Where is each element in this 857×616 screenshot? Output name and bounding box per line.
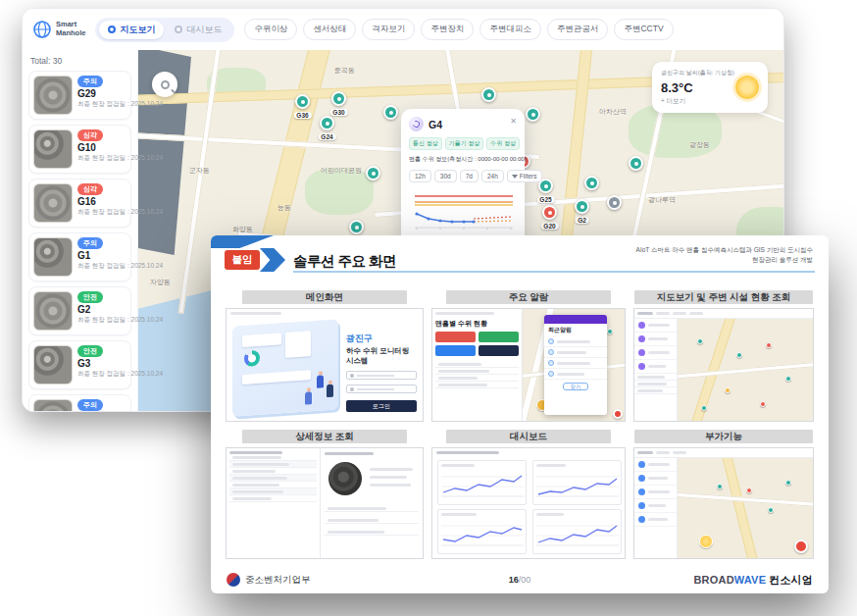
text-line	[436, 451, 499, 454]
panel-title-mapview: 지도보기 및 주변 시설 현황 조회	[634, 290, 813, 304]
table-row	[634, 374, 677, 381]
map-marker-g24[interactable]: G24	[320, 116, 334, 130]
map-dot	[785, 480, 791, 486]
illus-card	[242, 370, 311, 385]
manhole-list-sidebar: Total: 30 주의 G29 최종 현장 점검일 : 2025.10.24 …	[23, 50, 138, 411]
map-marker[interactable]	[349, 220, 364, 234]
modal-close-button[interactable]: 닫기	[563, 383, 588, 390]
filters-label: Filters	[520, 173, 537, 180]
user-icon	[350, 374, 354, 378]
alert-row[interactable]	[544, 358, 607, 369]
table-row	[435, 375, 519, 382]
map-marker-g30[interactable]: G30	[331, 91, 346, 106]
pill-grid-view[interactable]: 격자보기	[362, 19, 415, 40]
toggle-dashboard-view[interactable]: 대시보드	[166, 21, 230, 39]
manhole-list-item[interactable]: 주의 G29 최종 현장 점검일 : 2025.10.24	[28, 71, 131, 120]
weather-temperature: 8.3°C	[661, 80, 734, 95]
map-marker-g36[interactable]: G36	[295, 94, 310, 109]
map-marker[interactable]	[629, 156, 643, 171]
text-line	[637, 389, 663, 392]
table-row	[634, 387, 677, 394]
thumbnail-detail-info	[226, 447, 424, 559]
text-line	[648, 477, 668, 480]
facility-row	[634, 360, 677, 374]
pill-water-level[interactable]: 수위이상	[244, 19, 297, 40]
text-line	[230, 312, 281, 315]
slide-subtitle-line1: AIoT 스마트 하수 맨홀 침수예측시스템과 GIS 기반의 도시침수	[636, 245, 813, 255]
alert-row[interactable]	[544, 336, 607, 347]
table-row	[229, 468, 317, 475]
table-row	[229, 454, 317, 461]
alarm-button-flood[interactable]	[435, 332, 476, 342]
radio-selected-icon	[108, 26, 116, 33]
panel-title-detail: 상세정보 조회	[242, 430, 407, 443]
filters-button[interactable]: Filters	[507, 170, 542, 182]
map-marker[interactable]	[366, 166, 380, 180]
map-marker[interactable]	[526, 107, 540, 122]
pill-nearby-cctv[interactable]: 주변CCTV	[614, 19, 673, 40]
manhole-photo	[33, 345, 73, 385]
alarm-button-monitor[interactable]	[435, 345, 476, 356]
map-dot	[736, 352, 742, 358]
map-marker[interactable]	[383, 105, 398, 120]
alarm-heading: 맨홀별 수위 현황	[435, 319, 519, 329]
status-badge: 안전	[77, 291, 103, 303]
table-row	[325, 529, 419, 536]
map-road-major	[721, 458, 761, 558]
manhole-popup-icon	[409, 117, 424, 131]
map-dot	[725, 387, 731, 393]
close-icon[interactable]: ✕	[510, 117, 517, 126]
pill-nearby-offices[interactable]: 주변관공서	[547, 19, 609, 40]
login-password-field[interactable]	[346, 385, 417, 393]
total-count-label: Total: 30	[30, 56, 131, 66]
illus-person	[327, 385, 333, 397]
map-search-button[interactable]	[152, 72, 177, 97]
table-row	[435, 382, 519, 388]
illus-card	[242, 333, 281, 347]
page-number: 16/00	[509, 575, 531, 585]
pill-nearby-shelters[interactable]: 주변대피소	[479, 19, 541, 40]
login-id-field[interactable]	[346, 371, 417, 380]
pill-sensor-state[interactable]: 센서상태	[303, 19, 356, 40]
toggle-map-view[interactable]: 지도보기	[99, 21, 164, 39]
login-button[interactable]: 로그인	[346, 400, 417, 412]
status-chip-comm: 통신 정상	[409, 137, 442, 150]
alarm-button-report[interactable]	[479, 345, 519, 356]
map-marker[interactable]	[607, 195, 622, 210]
feature-icon	[638, 516, 645, 523]
facility-icon	[638, 349, 645, 356]
range-button-30d[interactable]: 30d	[434, 170, 457, 182]
manhole-list-item[interactable]: 안전 G3 최종 현장 점검일 : 2025.10.24	[28, 340, 131, 389]
manhole-list-item[interactable]: 심각 G16 최종 현장 점검일 : 2025.10.24	[28, 179, 131, 228]
map-marker-g20[interactable]: G20	[542, 205, 557, 220]
text-line	[435, 312, 494, 315]
alarm-button-safe[interactable]	[479, 332, 519, 342]
map-marker-g2[interactable]: G2	[575, 199, 589, 214]
panel-title-alarm: 주요 알람	[446, 290, 611, 304]
weather-widget: 광진구의 날씨(출처: 기상청) 8.3°C + 더보기	[652, 62, 768, 113]
range-button-24h[interactable]: 24h	[481, 170, 504, 182]
manhole-photo	[33, 76, 73, 115]
range-button-12h[interactable]: 12h	[409, 170, 431, 182]
weather-more-link[interactable]: + 더보기	[661, 97, 734, 106]
manhole-list-item[interactable]: 주의 G1 최종 현장 점검일 : 2025.10.24	[28, 232, 131, 282]
text-line	[648, 463, 670, 466]
range-button-7d[interactable]: 7d	[460, 170, 479, 182]
alert-row[interactable]	[544, 369, 607, 380]
manhole-id: G16	[77, 196, 126, 207]
alert-row[interactable]	[544, 347, 607, 358]
pill-nearby-devices[interactable]: 주변장치	[421, 19, 474, 40]
thumbnail-map-facilities	[633, 308, 814, 422]
extra-map	[678, 458, 813, 558]
map-label: 어린이대공원	[321, 166, 362, 176]
app-logo[interactable]: Smart Manhole	[32, 20, 85, 39]
text-line	[557, 351, 586, 354]
map-label: 자양동	[150, 278, 171, 287]
manhole-list-item[interactable]: 주의 G4 최종 현장 점검일 : 2025.10.24	[28, 394, 131, 412]
text-line	[557, 340, 590, 343]
manhole-list-item[interactable]: 심각 G10 최종 현장 점검일 : 2025.10.24	[28, 125, 131, 174]
map-marker[interactable]	[584, 176, 599, 190]
map-marker[interactable]	[481, 87, 496, 102]
manhole-list-item[interactable]: 안전 G2 최종 현장 점검일 : 2025.10.24	[28, 286, 131, 335]
text-line	[370, 468, 413, 471]
